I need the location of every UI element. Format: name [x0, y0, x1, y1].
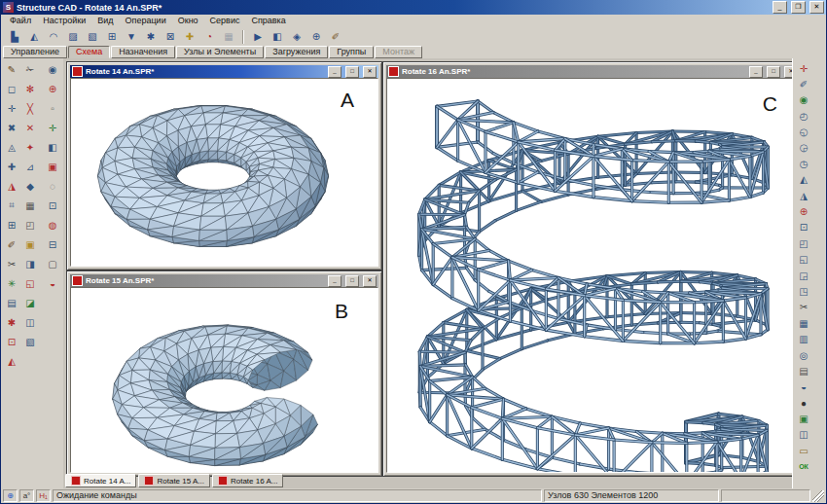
- burst-icon[interactable]: ✱: [3, 313, 20, 331]
- cone-element-icon[interactable]: ◮: [3, 177, 20, 195]
- length-units-icon[interactable]: H₁: [36, 489, 51, 502]
- viewport-rotate15[interactable]: B: [70, 287, 378, 473]
- restore-button[interactable]: □: [345, 275, 359, 287]
- app-close-button[interactable]: ✕: [809, 1, 824, 14]
- corner-node-icon[interactable]: ◱: [21, 274, 39, 292]
- generate-nodes-icon[interactable]: ✳: [3, 274, 20, 292]
- projection-xz-icon[interactable]: ⊡: [795, 219, 812, 236]
- print-icon[interactable]: ▤: [795, 362, 812, 379]
- calculation-icon[interactable]: ▶: [249, 28, 267, 46]
- minimize-button[interactable]: _: [328, 66, 342, 78]
- boxed-node-icon[interactable]: ⊡: [3, 333, 20, 350]
- boxed-dot-icon[interactable]: ⊡: [44, 197, 61, 214]
- window-titlebar-rotate14[interactable]: Rotate 14 An.SPR* _ □ ✕: [70, 65, 378, 78]
- wedge-element-icon[interactable]: ⊿: [21, 158, 39, 175]
- filled-square-icon[interactable]: ▣: [44, 158, 61, 175]
- mdi-window-rotate16[interactable]: Rotate 16 An.SPR* _ □ ✕ C: [382, 61, 793, 477]
- solid-element-icon[interactable]: ◆: [21, 177, 39, 195]
- tab-loadings[interactable]: Загружения: [265, 46, 328, 58]
- half-plate-icon[interactable]: ◨: [21, 255, 39, 272]
- front-view-icon[interactable]: ◲: [795, 267, 812, 284]
- merge-nodes-icon[interactable]: ✖: [3, 119, 20, 136]
- minimize-button[interactable]: _: [749, 66, 763, 78]
- hide-lines-icon[interactable]: ✐: [795, 75, 812, 92]
- erase-icon[interactable]: ✁: [21, 60, 39, 78]
- rotate-y-icon[interactable]: ◶: [795, 139, 812, 157]
- app-minimize-button[interactable]: _: [773, 1, 787, 14]
- restore-button[interactable]: □: [767, 66, 780, 78]
- windows-icon[interactable]: ◫: [795, 426, 812, 444]
- small-square-icon[interactable]: ▫: [44, 99, 61, 117]
- graph-icon[interactable]: ⊕: [307, 28, 325, 46]
- isometric-icon[interactable]: ◰: [795, 234, 812, 252]
- menu-window[interactable]: Окно: [172, 15, 204, 27]
- frame-corner-icon[interactable]: ◰: [21, 216, 39, 234]
- add-node-icon[interactable]: ✛: [3, 99, 20, 117]
- close-button[interactable]: ✕: [363, 66, 377, 78]
- mesh-refine-icon[interactable]: ⊞: [3, 216, 20, 234]
- mesh-plate-icon[interactable]: ▦: [21, 197, 39, 214]
- draw-contour-icon[interactable]: ✐: [3, 235, 20, 253]
- window-titlebar-rotate16[interactable]: Rotate 16 An.SPR* _ □ ✕: [386, 65, 793, 78]
- coordinate-system-icon[interactable]: ⊕: [3, 489, 18, 502]
- postprocessor-icon[interactable]: ◈: [288, 28, 306, 46]
- plate-elements-icon[interactable]: ▧: [84, 28, 101, 46]
- double-plate-icon[interactable]: ◫: [21, 313, 39, 331]
- grid-lines-icon[interactable]: ⌗: [3, 197, 20, 214]
- rotate-y-neg-icon[interactable]: ◷: [795, 155, 812, 172]
- menu-operations[interactable]: Операции: [120, 15, 172, 27]
- side-view-icon[interactable]: ◳: [795, 282, 812, 300]
- fragment-cut-icon[interactable]: ✂: [795, 299, 812, 316]
- render-icon[interactable]: ▣: [795, 411, 812, 428]
- mdi-window-rotate14[interactable]: Rotate 14 An.SPR* _ □ ✕ A: [66, 61, 382, 270]
- pyramid-icon[interactable]: ◭: [3, 352, 20, 370]
- delete-node-icon[interactable]: ╳: [21, 99, 39, 117]
- restore-button[interactable]: □: [345, 66, 359, 78]
- app-restore-button[interactable]: ❐: [791, 1, 806, 14]
- select-pointer-icon[interactable]: ✛: [795, 59, 812, 77]
- loads-icon[interactable]: ✚: [181, 28, 198, 46]
- rows-icon[interactable]: ▤: [3, 294, 20, 311]
- save-view-icon[interactable]: ▭: [795, 442, 812, 459]
- mdi-window-rotate15[interactable]: Rotate 15 An.SPR* _ □ ✕ B: [66, 270, 382, 477]
- tab-groups[interactable]: Группы: [329, 46, 374, 58]
- cut-scheme-icon[interactable]: ✂: [3, 255, 20, 272]
- rotate-z-neg-icon[interactable]: ◮: [795, 187, 812, 204]
- nodes-icon[interactable]: ✱: [142, 28, 160, 46]
- groups-icon[interactable]: ▦: [220, 28, 237, 46]
- menu-view[interactable]: Вид: [91, 15, 119, 27]
- document-tab-2[interactable]: Rotate 15 A...: [138, 474, 209, 487]
- confirm-button[interactable]: ОК: [795, 458, 812, 476]
- rotate-x-icon[interactable]: ◴: [795, 107, 812, 125]
- visibility-icon[interactable]: ◉: [795, 91, 812, 109]
- viewport-rotate16[interactable]: C: [386, 78, 793, 473]
- results-icon[interactable]: ◧: [269, 28, 286, 46]
- restore-view-icon[interactable]: ▥: [795, 331, 812, 348]
- rod-elements-icon[interactable]: ▨: [64, 28, 82, 46]
- draw-rod-icon[interactable]: ✎: [3, 60, 20, 78]
- tab-assignments[interactable]: Назначения: [111, 46, 175, 58]
- document-tab-1[interactable]: Rotate 14 A...: [65, 474, 136, 487]
- split-node-icon[interactable]: ✕: [21, 119, 39, 136]
- elements-icon[interactable]: ⊠: [162, 28, 179, 46]
- minus-box-icon[interactable]: ⊟: [44, 235, 61, 253]
- menu-help[interactable]: Справка: [245, 15, 291, 27]
- load-cases-icon[interactable]: ◔: [200, 28, 218, 46]
- outline-square-icon[interactable]: ▢: [44, 255, 61, 272]
- app-titlebar[interactable]: S Structure CAD - Rotate 14 An.SPR* _ ❐ …: [1, 0, 826, 15]
- crosshair-icon[interactable]: ⊕: [44, 80, 61, 97]
- zoom-icon[interactable]: ◎: [795, 346, 812, 364]
- close-button[interactable]: ✕: [363, 275, 377, 287]
- assign-icon[interactable]: ▼: [123, 28, 140, 46]
- generate-frame-icon[interactable]: ◭: [25, 28, 43, 46]
- part-circle-icon[interactable]: ◍: [44, 216, 61, 234]
- menu-service[interactable]: Сервис: [204, 15, 246, 27]
- quad-element-icon[interactable]: ◪: [21, 294, 39, 311]
- projection-xy-icon[interactable]: ⊕: [795, 203, 812, 221]
- rotate-x-neg-icon[interactable]: ◵: [795, 124, 812, 141]
- fragmentation-icon[interactable]: ▦: [795, 314, 812, 332]
- documentation-icon[interactable]: ✐: [327, 28, 344, 46]
- window-titlebar-rotate15[interactable]: Rotate 15 An.SPR* _ □ ✕: [70, 274, 378, 287]
- menu-settings[interactable]: Настройки: [37, 15, 91, 27]
- half-circle-icon[interactable]: ◒: [44, 274, 61, 292]
